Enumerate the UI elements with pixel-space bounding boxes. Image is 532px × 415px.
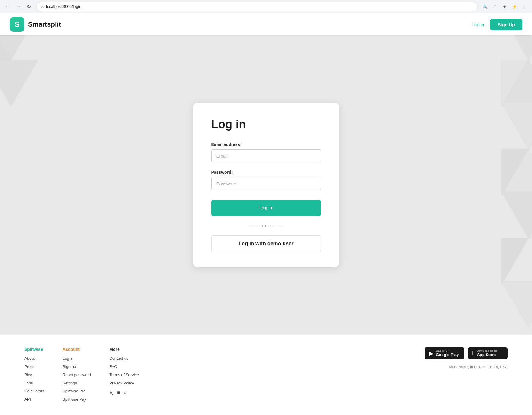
- password-input[interactable]: [211, 177, 321, 190]
- logo-icon: S: [10, 17, 24, 32]
- footer-link-press[interactable]: Press: [24, 364, 44, 370]
- email-label: Email address:: [211, 142, 321, 147]
- zoom-button[interactable]: 🔍: [481, 2, 489, 11]
- email-input[interactable]: [211, 149, 321, 162]
- app-store-large: App Store: [477, 352, 498, 357]
- back-button[interactable]: ←: [4, 2, 12, 11]
- footer-link-contact[interactable]: Contact us: [109, 355, 139, 362]
- forward-button[interactable]: →: [14, 2, 23, 11]
- login-card: Log in Email address: Password: Log in -…: [193, 103, 339, 267]
- footer-col1-title: Splitwise: [24, 347, 44, 352]
- lock-icon: ⓘ: [41, 4, 44, 9]
- share-button[interactable]: ⇧: [490, 2, 499, 11]
- footer-link-jobs[interactable]: Jobs: [24, 380, 44, 387]
- footer-link-blog[interactable]: Blog: [24, 372, 44, 378]
- page-background: S Smartsplit Log in Sign Up Log in Email…: [0, 13, 532, 415]
- footer-col-splitwise: Splitwise About Press Blog Jobs Calculat…: [24, 347, 44, 403]
- footer-content: Splitwise About Press Blog Jobs Calculat…: [24, 347, 508, 403]
- navbar: S Smartsplit Log in Sign Up: [0, 13, 532, 35]
- footer-link-reset[interactable]: Reset password: [63, 372, 91, 378]
- extension-button[interactable]: ⚡: [510, 2, 519, 11]
- nav-actions: Log in Sign Up: [472, 19, 522, 30]
- refresh-button[interactable]: ↻: [24, 2, 33, 11]
- url-text: localhost:3000/login: [46, 4, 81, 9]
- twitter-icon[interactable]: 𝕏: [109, 390, 113, 396]
- menu-button[interactable]: ⋮: [520, 2, 528, 11]
- footer: Splitwise About Press Blog Jobs Calculat…: [0, 334, 532, 415]
- divider: ------- or ---------: [211, 223, 321, 228]
- nav-signup-button[interactable]: Sign Up: [490, 19, 522, 30]
- password-form-group: Password:: [211, 170, 321, 190]
- password-label: Password:: [211, 170, 321, 175]
- browser-chrome: ← → ↻ ⓘ localhost:3000/login 🔍 ⇧ ★ ⚡ ⋮: [0, 0, 532, 13]
- footer-link-pay[interactable]: Splitwise Pay: [63, 396, 91, 403]
- nav-login-link[interactable]: Log in: [472, 22, 484, 27]
- footer-link-calculators[interactable]: Calculators: [24, 388, 44, 395]
- facebook-icon[interactable]: ■: [117, 390, 120, 396]
- footer-link-settings[interactable]: Settings: [63, 380, 91, 387]
- browser-nav-buttons: ← → ↻: [4, 2, 33, 11]
- browser-actions: 🔍 ⇧ ★ ⚡ ⋮: [481, 2, 528, 11]
- footer-apps: ▶ GET IT ON Google Play  Download on th…: [425, 347, 508, 369]
- app-badges: ▶ GET IT ON Google Play  Download on th…: [425, 347, 508, 359]
- footer-link-privacy[interactable]: Privacy Policy: [109, 380, 139, 387]
- footer-made-with: Made with :) in Providence, RI, USA: [449, 365, 508, 369]
- app-store-badge[interactable]:  Download on the App Store: [468, 347, 508, 359]
- footer-col-more: More Contact us FAQ Terms of Service Pri…: [109, 347, 139, 396]
- app-store-text: Download on the App Store: [477, 349, 498, 357]
- footer-col2-title: Account: [63, 347, 91, 352]
- app-store-small: Download on the: [477, 349, 498, 352]
- login-button[interactable]: Log in: [211, 200, 321, 216]
- main-content: Log in Email address: Password: Log in -…: [0, 35, 532, 334]
- email-form-group: Email address:: [211, 142, 321, 162]
- google-play-badge[interactable]: ▶ GET IT ON Google Play: [425, 347, 464, 359]
- footer-link-about[interactable]: About: [24, 355, 44, 362]
- social-icons: 𝕏 ■ ○: [109, 390, 139, 396]
- logo-letter: S: [15, 20, 20, 29]
- apple-icon: : [472, 350, 474, 357]
- footer-link-tos[interactable]: Terms of Service: [109, 372, 139, 378]
- address-bar[interactable]: ⓘ localhost:3000/login: [36, 2, 478, 11]
- footer-link-signup[interactable]: Sign up: [63, 364, 91, 370]
- footer-link-login[interactable]: Log in: [63, 355, 91, 362]
- google-play-icon: ▶: [429, 350, 433, 357]
- footer-link-api[interactable]: API: [24, 396, 44, 403]
- login-title: Log in: [211, 118, 321, 131]
- bookmark-button[interactable]: ★: [500, 2, 509, 11]
- footer-link-faq[interactable]: FAQ: [109, 364, 139, 370]
- demo-login-button[interactable]: Log in with demo user: [211, 235, 321, 252]
- footer-col-account: Account Log in Sign up Reset password Se…: [63, 347, 91, 403]
- footer-link-pro[interactable]: Splitwise Pro: [63, 388, 91, 395]
- google-play-text: GET IT ON Google Play: [436, 349, 459, 357]
- google-play-large: Google Play: [436, 352, 459, 357]
- logo-area: S Smartsplit: [10, 17, 61, 32]
- app-name: Smartsplit: [28, 20, 61, 28]
- google-play-small: GET IT ON: [436, 349, 459, 352]
- instagram-icon[interactable]: ○: [124, 390, 127, 396]
- footer-col3-title: More: [109, 347, 139, 352]
